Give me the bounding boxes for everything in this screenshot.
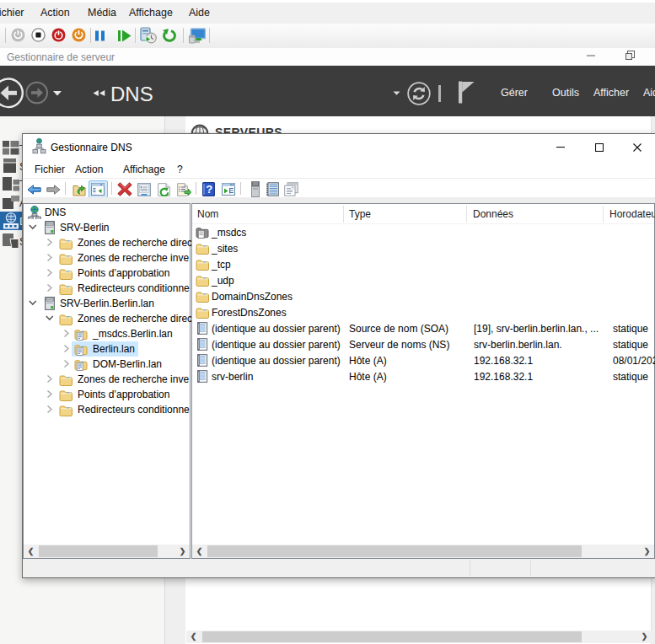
svg-text:?: ? xyxy=(206,183,212,196)
